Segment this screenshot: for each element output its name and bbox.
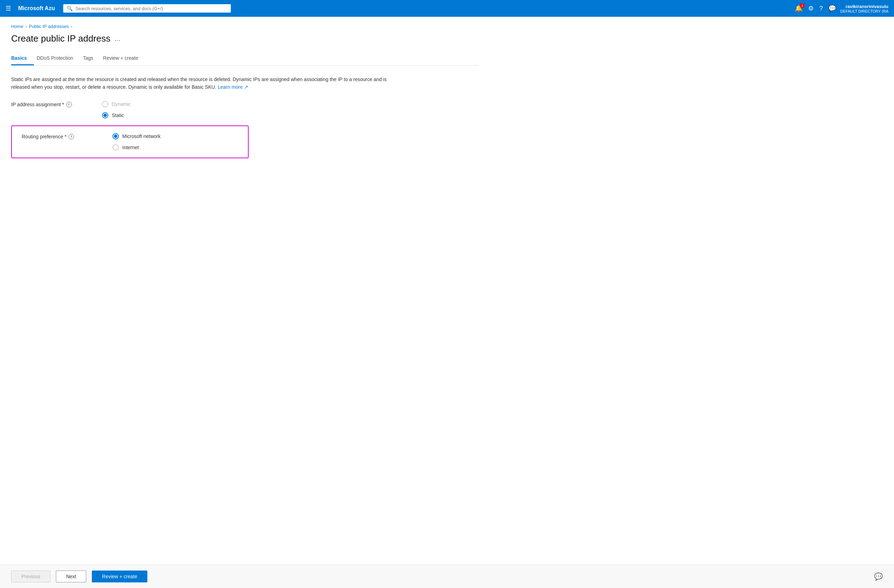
ip-assignment-row: IP address assignment i Dynamic Static (11, 101, 478, 118)
search-bar[interactable]: 🔍 (63, 4, 231, 12)
breadcrumb-sep-1: › (26, 24, 27, 29)
ip-static-option[interactable]: Static (102, 112, 131, 118)
routing-preference-box: Routing preference i Microsoft network I… (11, 125, 249, 158)
routing-internet-label: Internet (122, 145, 139, 150)
routing-microsoft-label: Microsoft network (122, 133, 161, 139)
routing-internet-option[interactable]: Internet (112, 144, 161, 151)
routing-preference-options: Microsoft network Internet (112, 133, 161, 151)
page-title: Create public IP address (11, 33, 110, 44)
breadcrumb-public-ip[interactable]: Public IP addresses (29, 24, 69, 29)
breadcrumb-home[interactable]: Home (11, 24, 23, 29)
learn-more-link[interactable]: Learn more ↗ (217, 84, 248, 90)
ip-dynamic-radio[interactable] (102, 101, 108, 107)
search-icon: 🔍 (67, 6, 72, 11)
routing-preference-label: Routing preference i (22, 133, 98, 139)
page-title-row: Create public IP address ... (11, 33, 478, 44)
breadcrumb: Home › Public IP addresses › (11, 24, 478, 29)
ip-dynamic-option[interactable]: Dynamic (102, 101, 131, 107)
ip-static-radio[interactable] (102, 112, 108, 118)
user-directory: DEFAULT DIRECTORY (RA (840, 9, 888, 13)
ip-static-label: Static (112, 112, 124, 118)
user-name: ravikiransrinivasulu (846, 4, 888, 9)
notifications-button[interactable]: 🔔 1 (795, 5, 802, 12)
hamburger-icon[interactable]: ☰ (6, 5, 11, 12)
notification-badge: 1 (800, 3, 805, 8)
search-input[interactable] (76, 6, 227, 11)
topnav-icons: 🔔 1 ⚙ ? 💬 (795, 5, 836, 12)
user-info[interactable]: ravikiransrinivasulu DEFAULT DIRECTORY (… (840, 4, 888, 13)
page-title-menu[interactable]: ... (115, 35, 121, 42)
ip-assignment-info-icon[interactable]: i (66, 102, 72, 107)
tab-basics[interactable]: Basics (11, 52, 34, 65)
feedback-button[interactable]: 💬 (828, 5, 836, 12)
brand-name: Microsoft Azu (18, 5, 55, 12)
tab-review-create[interactable]: Review + create (103, 52, 145, 65)
ip-assignment-label: IP address assignment i (11, 101, 88, 107)
routing-microsoft-radio[interactable] (112, 133, 119, 139)
breadcrumb-sep-2: › (71, 24, 72, 29)
tab-ddos[interactable]: DDoS Protection (37, 52, 80, 65)
routing-microsoft-option[interactable]: Microsoft network (112, 133, 161, 139)
routing-info-icon[interactable]: i (68, 134, 74, 139)
settings-button[interactable]: ⚙ (808, 5, 814, 12)
topnav: ☰ Microsoft Azu 🔍 🔔 1 ⚙ ? 💬 ravikiransri… (0, 0, 894, 17)
ip-dynamic-label: Dynamic (112, 101, 131, 107)
info-text: Static IPs are assigned at the time the … (11, 76, 395, 91)
ip-assignment-options: Dynamic Static (102, 101, 131, 118)
routing-internet-radio[interactable] (112, 144, 119, 151)
help-button[interactable]: ? (819, 5, 823, 12)
tab-tags[interactable]: Tags (83, 52, 100, 65)
tabs: Basics DDoS Protection Tags Review + cre… (11, 52, 478, 66)
